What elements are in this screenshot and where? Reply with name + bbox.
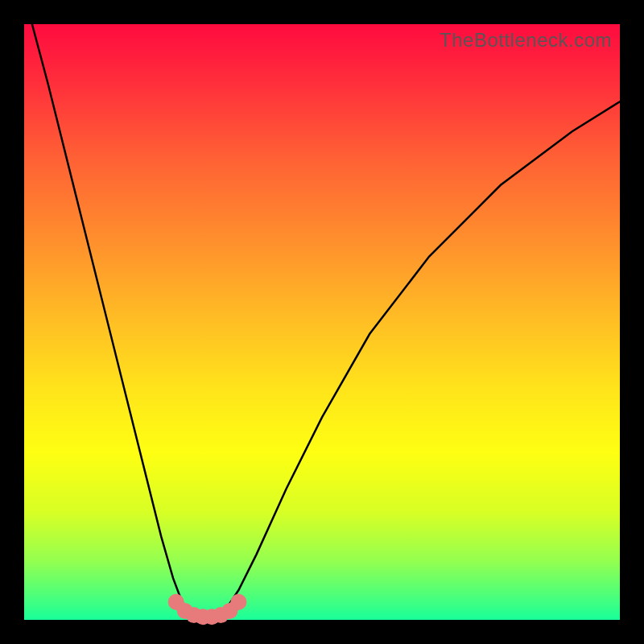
- series-left-branch: [24, 0, 194, 614]
- valley-marker: [230, 594, 246, 610]
- bottleneck-curve: [24, 0, 620, 614]
- curve-layer: [24, 24, 620, 620]
- watermark-text: TheBottleneck.com: [440, 29, 612, 52]
- plot-area: TheBottleneck.com: [24, 24, 620, 620]
- series-right-branch: [221, 101, 620, 613]
- valley-markers: [168, 594, 247, 625]
- chart-frame: TheBottleneck.com: [0, 0, 644, 644]
